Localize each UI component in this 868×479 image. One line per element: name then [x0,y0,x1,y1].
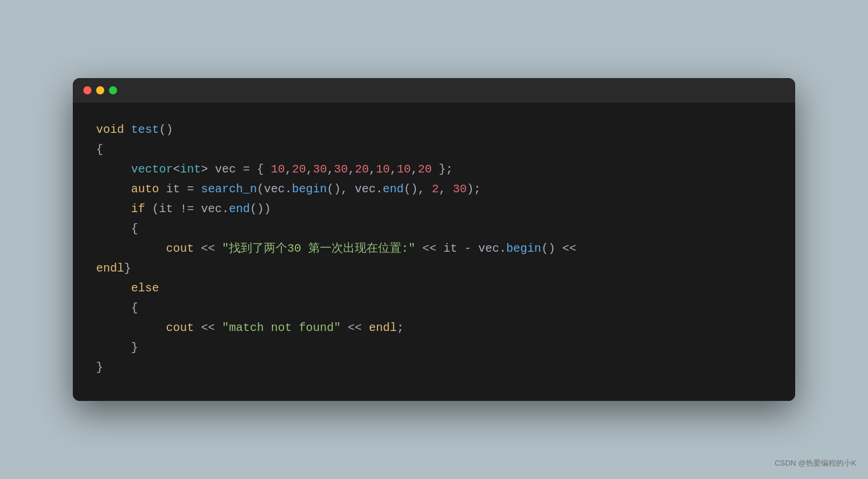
code-line-3: vector<int> vec = { 10,20,30,30,20,10,10… [96,160,772,179]
code-line-6: { [96,219,772,239]
code-area: void test() { vector<int> vec = { 10,20,… [73,103,795,401]
code-line-1: void test() [96,120,772,140]
code-line-11: cout << "match not found" << endl; [96,318,772,338]
code-line-10: { [96,298,772,318]
code-line-9: else [96,279,772,298]
maximize-button[interactable] [109,86,117,94]
code-line-12: } [96,338,772,358]
watermark: CSDN @热爱编程的小K [775,458,856,469]
close-button[interactable] [83,86,91,94]
code-line-13: } [96,358,772,378]
code-line-8: endl} [96,259,772,279]
code-line-7: cout << "找到了两个30 第一次出现在位置:" << it - vec.… [96,239,772,259]
minimize-button[interactable] [96,86,104,94]
code-window: void test() { vector<int> vec = { 10,20,… [73,78,795,401]
code-line-2: { [96,140,772,160]
title-bar [73,78,795,103]
code-line-4: auto it = search_n(vec.begin(), vec.end(… [96,179,772,199]
code-line-5: if (it != vec.end()) [96,199,772,219]
